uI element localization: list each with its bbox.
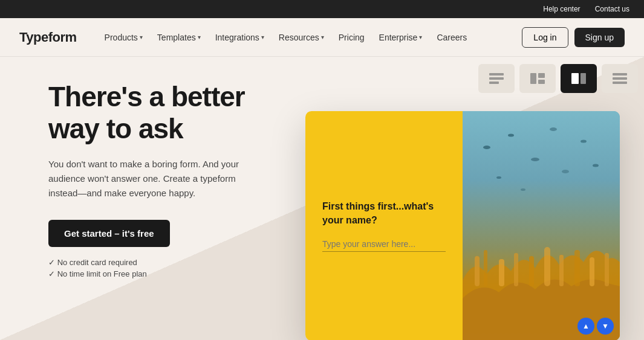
svg-rect-0 (489, 73, 504, 75)
form-input[interactable] (322, 237, 446, 252)
nav-item-integrations[interactable]: Integrations ▾ (209, 29, 270, 46)
hero-section: There's a better way to ask You don't wa… (0, 57, 644, 340)
chevron-down-icon: ▾ (419, 34, 422, 40)
signup-button[interactable]: Sign up (574, 28, 625, 47)
svg-rect-9 (613, 77, 627, 80)
navbar: Typeform Products ▾ Templates ▾ Integrat… (0, 18, 644, 57)
top-bar: Help center Contact us (0, 0, 644, 18)
svg-rect-22 (499, 259, 504, 286)
svg-rect-6 (571, 73, 579, 84)
svg-rect-8 (613, 73, 627, 75)
svg-rect-2 (489, 82, 499, 84)
svg-rect-26 (559, 255, 564, 286)
template-card-1[interactable] (478, 64, 515, 93)
feature-item: No credit card required (48, 258, 290, 267)
svg-point-19 (562, 170, 569, 173)
nav-links: Products ▾ Templates ▾ Integrations ▾ Re… (99, 29, 522, 46)
svg-rect-28 (590, 257, 594, 286)
svg-rect-4 (538, 73, 545, 78)
svg-point-13 (531, 158, 539, 161)
contact-us-link[interactable]: Contact us (595, 5, 629, 13)
svg-rect-27 (574, 250, 580, 286)
form-panel: First things first...what's your name? (305, 111, 463, 340)
image-panel: ▲ ▼ (463, 111, 620, 340)
svg-rect-24 (529, 256, 534, 286)
feature-item: No time limit on Free plan (48, 269, 290, 278)
logo[interactable]: Typeform (19, 30, 77, 45)
template-switcher (478, 64, 638, 93)
svg-rect-1 (489, 77, 504, 80)
hero-subtitle: You don't want to make a boring form. An… (48, 157, 254, 200)
nav-item-templates[interactable]: Templates ▾ (151, 29, 207, 46)
svg-rect-10 (613, 82, 627, 84)
svg-point-11 (483, 146, 490, 149)
chevron-down-icon: ▾ (261, 34, 264, 40)
next-arrow[interactable]: ▼ (597, 318, 614, 335)
nav-item-products[interactable]: Products ▾ (99, 29, 149, 46)
form-question: First things first...what's your name? (322, 200, 446, 227)
svg-rect-25 (544, 247, 550, 286)
nav-item-pricing[interactable]: Pricing (333, 29, 371, 46)
svg-rect-5 (538, 80, 545, 84)
chevron-down-icon: ▾ (198, 34, 201, 40)
svg-rect-20 (475, 256, 480, 286)
svg-point-17 (593, 164, 599, 167)
hero-title: There's a better way to ask (48, 81, 290, 145)
form-preview: First things first...what's your name? (305, 111, 620, 340)
chevron-down-icon: ▾ (140, 34, 143, 40)
svg-point-18 (521, 188, 525, 191)
hero-features: No credit card required No time limit on… (48, 258, 290, 278)
cta-button[interactable]: Get started – it's free (48, 220, 170, 247)
svg-point-15 (496, 176, 501, 179)
nav-actions: Log in Sign up (522, 27, 625, 48)
svg-point-12 (508, 134, 514, 137)
svg-rect-21 (484, 250, 487, 286)
help-center-link[interactable]: Help center (543, 5, 580, 13)
nav-item-enterprise[interactable]: Enterprise ▾ (373, 29, 429, 46)
svg-rect-29 (605, 253, 609, 286)
hero-left: There's a better way to ask You don't wa… (0, 57, 290, 281)
prev-arrow[interactable]: ▲ (577, 318, 594, 335)
chevron-down-icon: ▾ (321, 34, 324, 40)
svg-point-16 (550, 127, 557, 131)
hero-right: First things first...what's your name? (290, 57, 644, 340)
nav-item-resources[interactable]: Resources ▾ (273, 29, 330, 46)
template-card-4[interactable] (602, 64, 638, 93)
template-card-3[interactable] (561, 64, 597, 93)
svg-rect-7 (581, 73, 586, 84)
login-button[interactable]: Log in (522, 27, 568, 48)
svg-point-14 (581, 140, 587, 143)
nav-item-careers[interactable]: Careers (431, 29, 473, 46)
underwater-scene (463, 111, 620, 340)
template-card-2[interactable] (519, 64, 556, 93)
nav-arrows: ▲ ▼ (577, 318, 614, 335)
svg-rect-3 (530, 73, 536, 84)
svg-rect-23 (514, 253, 518, 286)
